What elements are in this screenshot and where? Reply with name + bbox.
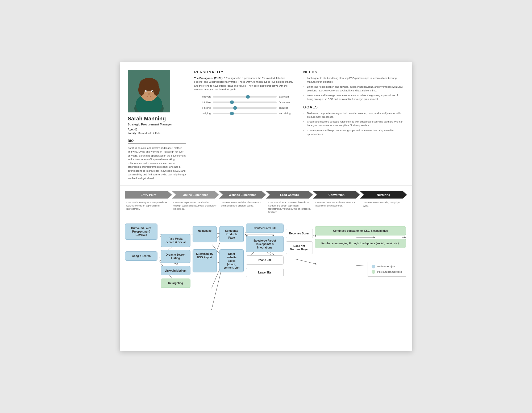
col-nurturing: Continued education on ESG & capabilitie…: [314, 226, 407, 277]
phase-desc-lead: Customer takes an action on the website.…: [267, 201, 312, 214]
needs-goals-section: NEEDS Looking for trusted and long stand…: [303, 70, 404, 137]
trait-intuitive-observant: Intuitive Observant: [194, 101, 295, 104]
phase-lead: Lead Capture: [266, 191, 313, 199]
personality-needs-row: PERSONALITY The Protagonist (ENFJ): A Pr…: [194, 70, 404, 137]
persona-panel: Sarah Manning Strategic Procurement Mana…: [128, 70, 186, 180]
needs-heading: NEEDS: [303, 70, 404, 74]
node-google-search: Google Search: [125, 251, 157, 261]
node-contact-form: Contact Form Fill: [246, 224, 284, 233]
legend-item-website: Website Project: [372, 265, 402, 268]
col-website: Homepage Solutions/ Products Page Sustai…: [192, 226, 245, 272]
col-entry: Outbound Sales Prospecting & Referrals G…: [125, 224, 160, 261]
col-lead: Contact Form Fill Salesforce Pardot Touc…: [245, 224, 285, 277]
trait-introvert-extrovert: Introvert Extrovert: [194, 95, 295, 98]
phase-website: Website Experience: [219, 191, 266, 199]
node-not-buyer: Does Not Become Buyer: [286, 241, 313, 254]
trait-feeling-thinking: Feeling Thinking: [194, 106, 295, 109]
svg-point-10: [146, 91, 147, 92]
phase-desc-online: Customer experiences brand online throug…: [172, 201, 218, 214]
phase-desc-entry: Customer is looking for a new provider o…: [125, 201, 170, 214]
node-outbound-sales: Outbound Sales Prospecting & Referrals: [125, 224, 157, 240]
trait-judging-perceiving: Judging Perceiving: [194, 112, 295, 115]
needs-list: Looking for trusted and long standing ES…: [303, 76, 404, 101]
flow-area: Outbound Sales Prospecting & Referrals G…: [125, 218, 407, 346]
node-continued-education: Continued education on ESG & capabilitie…: [315, 226, 406, 235]
persona-title: Strategic Procurement Manager: [128, 123, 186, 126]
node-homepage: Homepage: [193, 226, 217, 242]
svg-point-7: [153, 84, 160, 96]
goal-item: To develop corporate strategies that con…: [307, 111, 404, 119]
node-solutions-page: Solutions/ Products Page: [219, 226, 244, 242]
persona-photo: [128, 70, 170, 112]
phase-nurturing: Nurturing: [360, 191, 407, 199]
phase-desc-website: Customer enters website, views content a…: [220, 201, 265, 214]
node-sustainability-esg: Sustainability ESG Report: [193, 249, 217, 272]
col-online: Paid Media Search & Social Organic Searc…: [160, 234, 192, 288]
node-linkedin: Linkedin Medium: [161, 266, 190, 275]
node-becomes-buyer: Becomes Buyer: [286, 229, 313, 238]
flow-wrapper: Outbound Sales Prospecting & Referrals G…: [125, 218, 407, 346]
goal-item: Create and develop strategic relationshi…: [307, 120, 404, 128]
svg-point-12: [148, 93, 150, 95]
need-item: Learn more and leverage resources to acc…: [307, 94, 404, 101]
goals-heading: GOALS: [303, 105, 404, 109]
personality-desc: The Protagonist (ENFJ): A Protagonist is…: [194, 76, 295, 91]
phase-desc-conversion: Customer becomes a client or does not ba…: [314, 201, 360, 214]
node-phone-call: Phone Call: [246, 255, 284, 265]
persona-age: Age: 43: [128, 128, 186, 131]
personality-section: PERSONALITY The Protagonist (ENFJ): A Pr…: [194, 70, 295, 137]
node-other-pages: Other website pages (about, content, etc…: [219, 249, 244, 272]
phase-desc-nurturing: Customer enters nurturing campaign cycle…: [362, 201, 407, 214]
node-organic-search: Organic Search Listing: [161, 250, 190, 263]
svg-point-6: [138, 84, 145, 96]
top-section: Sarah Manning Strategic Procurement Mana…: [120, 62, 412, 186]
persona-name: Sarah Manning: [128, 116, 186, 122]
svg-point-11: [152, 91, 153, 92]
phase-online: Online Experience: [172, 191, 219, 199]
legend-label-website: Website Project: [377, 265, 395, 268]
legend-label-postlaunch: Post-Launch Services: [377, 270, 402, 273]
node-reinforce-messaging: Reinforce messaging through touchpoints …: [315, 239, 406, 248]
node-paid-media: Paid Media Search & Social: [161, 234, 190, 247]
legend-dot-green: [372, 270, 375, 274]
need-item: Looking for trusted and long standing ES…: [307, 76, 404, 84]
persona-bio-section: BIO Sarah is an agile and determined lea…: [128, 139, 186, 180]
page-container: Sarah Manning Strategic Procurement Mana…: [120, 62, 412, 351]
node-salesforce-pardot: Salesforce Pardot Touchpoints & Integrat…: [246, 236, 284, 252]
phase-entry: Entry Point: [125, 191, 172, 199]
legend-dot-blue: [372, 265, 375, 268]
right-panel: PERSONALITY The Protagonist (ENFJ): A Pr…: [194, 70, 404, 180]
goals-list: To develop corporate strategies that con…: [303, 111, 404, 136]
legend: Website Project Post-Launch Services: [368, 262, 406, 277]
personality-heading: PERSONALITY: [194, 70, 295, 74]
bio-heading: BIO: [128, 139, 186, 144]
legend-item-postlaunch: Post-Launch Services: [372, 270, 402, 274]
node-leave-site: Leave Site: [246, 268, 284, 277]
bio-text: Sarah is an agile and determined leader,…: [128, 146, 186, 180]
phase-desc-bar: Customer is looking for a new provider o…: [125, 201, 407, 214]
need-item: Balancing risk mitigation and savings, s…: [307, 85, 404, 93]
node-retargeting: Retargeting: [161, 279, 190, 288]
col-conversion: Becomes Buyer Does Not Become Buyer: [285, 229, 314, 254]
phase-bar: Entry Point Online Experience Website Ex…: [125, 191, 407, 199]
persona-family: Family: Married with 2 Kids: [128, 132, 186, 135]
phase-conversion: Conversion: [313, 191, 360, 199]
goal-item: Create systems within procurement groups…: [307, 129, 404, 136]
journey-section: Entry Point Online Experience Website Ex…: [120, 186, 412, 351]
